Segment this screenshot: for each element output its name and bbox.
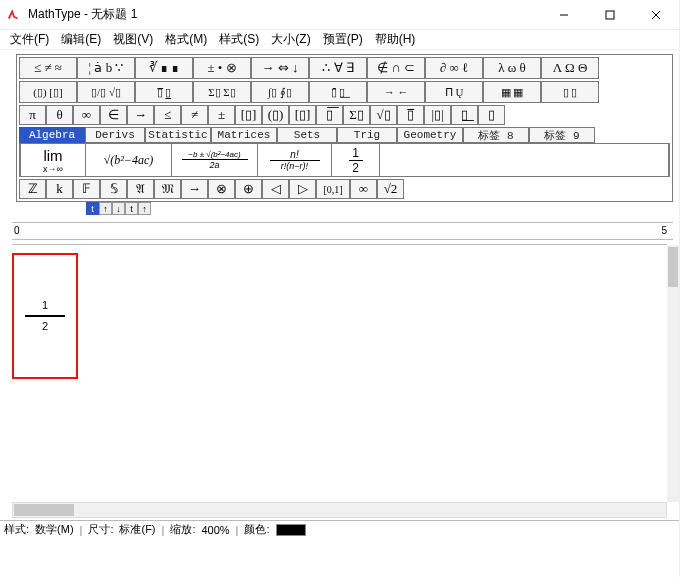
sym2-rtri[interactable]: ▷ [289, 179, 316, 199]
sym-paren[interactable]: (▯) [262, 105, 289, 125]
algebra-templates: lim x→∞ √(b²−4ac) −b ± √(b²−4ac) 2a n! r… [19, 143, 670, 177]
editor-canvas[interactable]: 1 2 [12, 244, 667, 502]
palette-embellish[interactable]: ∛ ∎ ∎ [135, 57, 193, 79]
sym-theta[interactable]: θ [46, 105, 73, 125]
mini-tab-3[interactable]: ↓ [112, 202, 125, 215]
sym2-sqrt2[interactable]: √2 [377, 179, 404, 199]
palette-boxes[interactable]: ▯ ▯ [541, 81, 599, 103]
mini-tab-1[interactable]: t [86, 202, 99, 215]
vertical-scrollbar[interactable] [667, 245, 679, 502]
horizontal-scrollbar[interactable] [12, 502, 667, 518]
sym2-z[interactable]: ℤ [19, 179, 46, 199]
palette-set[interactable]: ∉ ∩ ⊂ [367, 57, 425, 79]
tab-matrices[interactable]: Matrices [211, 127, 277, 143]
palette-subsup[interactable]: ▯̅ ▯̲ [135, 81, 193, 103]
palette-greek-upper[interactable]: Λ Ω Θ [541, 57, 599, 79]
fraction[interactable]: 1 2 [25, 300, 65, 332]
palette-labeled-arrows[interactable]: → ← [367, 81, 425, 103]
sym2-s[interactable]: 𝕊 [100, 179, 127, 199]
status-size-value[interactable]: 标准(F) [119, 522, 155, 537]
sym-sqrt[interactable]: √▯ [370, 105, 397, 125]
sym2-frakA[interactable]: 𝔄 [127, 179, 154, 199]
menu-help[interactable]: 帮助(H) [369, 29, 422, 50]
mini-tab-5[interactable]: ↑ [138, 202, 151, 215]
sym2-ltri[interactable]: ◁ [262, 179, 289, 199]
sym-pm[interactable]: ± [208, 105, 235, 125]
palette-fences[interactable]: (▯) [▯] [19, 81, 77, 103]
sym2-to[interactable]: → [181, 179, 208, 199]
sym-ne[interactable]: ≠ [181, 105, 208, 125]
sym2-f[interactable]: 𝔽 [73, 179, 100, 199]
sym-under[interactable]: ▯͟ [451, 105, 478, 125]
palette-matrices[interactable]: ▦ ▦ [483, 81, 541, 103]
mini-tab-4[interactable]: t [125, 202, 138, 215]
palette-operators[interactable]: ± • ⊗ [193, 57, 251, 79]
close-button[interactable] [633, 0, 679, 30]
equation-selection[interactable]: 1 2 [12, 253, 78, 379]
menu-format[interactable]: 格式(M) [159, 29, 213, 50]
template-discriminant[interactable]: √(b²−4ac) [86, 143, 172, 177]
sym-to[interactable]: → [127, 105, 154, 125]
palette-dots[interactable]: ¦ ȧ b ∵ [77, 57, 135, 79]
status-style-value[interactable]: 数学(M) [35, 522, 74, 537]
palette-sums[interactable]: Σ▯ Σ▯ [193, 81, 251, 103]
tab-sets[interactable]: Sets [277, 127, 337, 143]
menu-file[interactable]: 文件(F) [4, 29, 55, 50]
sym-infty[interactable]: ∞ [73, 105, 100, 125]
palette-products[interactable]: Π̄ Ų [425, 81, 483, 103]
tab-algebra[interactable]: Algebra [19, 127, 85, 143]
tab-geometry[interactable]: Geometry [397, 127, 463, 143]
palette-arrows[interactable]: → ⇔ ↓ [251, 57, 309, 79]
tab-trig[interactable]: Trig [337, 127, 397, 143]
menu-prefs[interactable]: 预置(P) [317, 29, 369, 50]
status-color-swatch[interactable] [276, 524, 306, 536]
fraction-numerator[interactable]: 1 [25, 300, 65, 311]
sym-over[interactable]: ▯͞ [316, 105, 343, 125]
palette-misc[interactable]: ∂ ∞ ℓ [425, 57, 483, 79]
maximize-button[interactable] [587, 0, 633, 30]
sym2-interval[interactable]: [0,1] [316, 179, 350, 199]
menu-style[interactable]: 样式(S) [213, 29, 265, 50]
template-binomial[interactable]: n! r!(n−r)! [258, 143, 332, 177]
tab-tag9[interactable]: 标签 9 [529, 127, 595, 143]
palette-relational[interactable]: ≤ ≠ ≈ [19, 57, 77, 79]
sym-le[interactable]: ≤ [154, 105, 181, 125]
palette-fractions[interactable]: ▯/▯ √▯ [77, 81, 135, 103]
sym2-k[interactable]: k [46, 179, 73, 199]
mini-tab-2[interactable]: ↑ [99, 202, 112, 215]
template-lim[interactable]: lim x→∞ [20, 143, 86, 177]
template-half[interactable]: 1 2 [332, 143, 380, 177]
half-bot: 2 [352, 161, 359, 175]
ruler[interactable]: 0 5 [12, 222, 673, 240]
sym2-frakM[interactable]: 𝔐 [154, 179, 181, 199]
sym-bracket2[interactable]: [▯] [289, 105, 316, 125]
sym-sum[interactable]: Σ▯ [343, 105, 370, 125]
tab-tag8[interactable]: 标签 8 [463, 127, 529, 143]
palette-overbar[interactable]: ▯̄ ▯͟ [309, 81, 367, 103]
template-empty[interactable] [380, 143, 669, 177]
sym-pi[interactable]: π [19, 105, 46, 125]
status-zoom-value[interactable]: 400% [201, 524, 229, 536]
sym-abs[interactable]: |▯| [424, 105, 451, 125]
menu-size[interactable]: 大小(Z) [265, 29, 316, 50]
palette-integrals[interactable]: ∫▯ ∮▯ [251, 81, 309, 103]
sym2-oplus[interactable]: ⊕ [235, 179, 262, 199]
template-quadratic[interactable]: −b ± √(b²−4ac) 2a [172, 143, 258, 177]
sym2-otimes[interactable]: ⊗ [208, 179, 235, 199]
sym-bar[interactable]: ▯̅ [397, 105, 424, 125]
minimize-button[interactable] [541, 0, 587, 30]
sym-bracket[interactable]: [▯] [235, 105, 262, 125]
palette-greek-lower[interactable]: λ ω θ [483, 57, 541, 79]
toolbar-area: ≤ ≠ ≈ ¦ ȧ b ∵ ∛ ∎ ∎ ± • ⊗ → ⇔ ↓ ∴ ∀ ∃ ∉ … [0, 50, 679, 220]
menu-view[interactable]: 视图(V) [107, 29, 159, 50]
sym-in[interactable]: ∈ [100, 105, 127, 125]
palette-logic[interactable]: ∴ ∀ ∃ [309, 57, 367, 79]
tab-statistic[interactable]: Statistic [145, 127, 211, 143]
h-scroll-thumb[interactable] [14, 504, 74, 516]
fraction-denominator[interactable]: 2 [25, 321, 65, 332]
sym2-infty[interactable]: ∞ [350, 179, 377, 199]
sym-slot[interactable]: ▯ [478, 105, 505, 125]
v-scroll-thumb[interactable] [668, 247, 678, 287]
menu-edit[interactable]: 编辑(E) [55, 29, 107, 50]
tab-derivs[interactable]: Derivs [85, 127, 145, 143]
